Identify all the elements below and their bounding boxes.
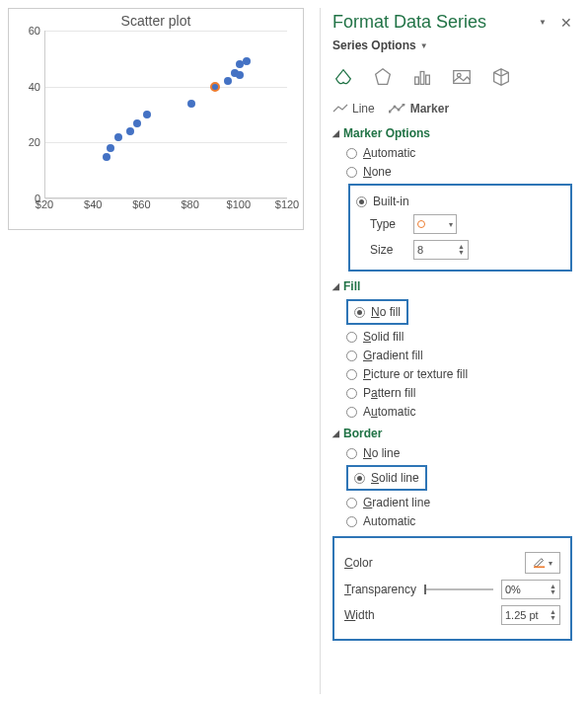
radio-icon bbox=[346, 351, 357, 361]
radio-icon bbox=[346, 407, 357, 418]
solid-line-highlight-box: Solid line bbox=[346, 465, 427, 491]
radio-none[interactable]: None bbox=[346, 165, 572, 179]
chart-area[interactable]: 0204060 $20$40$60$80$100$120 bbox=[19, 31, 293, 216]
x-tick-label: $20 bbox=[36, 198, 53, 210]
series-options-dropdown[interactable]: Series Options ▼ bbox=[332, 39, 572, 52]
x-tick-label: $100 bbox=[227, 198, 251, 210]
radio-icon bbox=[346, 148, 357, 159]
marker-size-spinner[interactable]: 8 ▲▼ bbox=[413, 240, 469, 260]
x-axis: $20$40$60$80$100$120 bbox=[44, 198, 293, 216]
radio-icon bbox=[346, 369, 357, 380]
no-fill-highlight-box: No fill bbox=[346, 299, 408, 325]
data-point[interactable] bbox=[114, 133, 122, 141]
collapse-icon: ◢ bbox=[332, 429, 339, 438]
collapse-icon: ◢ bbox=[332, 281, 339, 291]
width-input[interactable]: 1.25 pt ▲▼ bbox=[501, 605, 560, 625]
data-point[interactable] bbox=[103, 153, 110, 161]
panel-dropdown-icon[interactable]: ▼ bbox=[539, 18, 547, 27]
builtin-highlight-box: Built-in Type ▾ Size 8 ▲▼ bbox=[348, 184, 572, 272]
radio-gradient-fill[interactable]: Gradient fill bbox=[346, 349, 572, 362]
radio-icon bbox=[346, 448, 357, 459]
y-axis: 0204060 bbox=[19, 31, 44, 198]
radio-border-automatic[interactable]: Automatic bbox=[346, 514, 572, 528]
spinner-arrows-icon: ▲▼ bbox=[550, 584, 556, 595]
transparency-label: Transparency bbox=[344, 583, 416, 596]
radio-builtin[interactable]: Built-in bbox=[356, 195, 564, 208]
data-point[interactable] bbox=[243, 57, 251, 65]
type-label: Type bbox=[370, 217, 405, 231]
data-point[interactable] bbox=[107, 144, 114, 152]
format-category-icons bbox=[332, 66, 572, 88]
x-tick-label: $80 bbox=[181, 198, 198, 210]
y-tick-label: 40 bbox=[29, 81, 40, 93]
radio-fill-automatic[interactable]: Automatic bbox=[346, 405, 572, 419]
radio-automatic[interactable]: Automatic bbox=[346, 146, 572, 160]
picture-icon[interactable] bbox=[451, 66, 473, 88]
svg-rect-1 bbox=[415, 77, 419, 84]
tab-line[interactable]: Line bbox=[332, 100, 375, 117]
data-point[interactable] bbox=[133, 119, 141, 127]
fill-header[interactable]: ◢ Fill bbox=[332, 279, 572, 293]
data-point[interactable] bbox=[187, 100, 195, 108]
panel-title: Format Data Series bbox=[332, 12, 486, 33]
color-label: Color bbox=[344, 556, 373, 570]
x-tick-label: $40 bbox=[84, 198, 102, 210]
chevron-down-icon: ▾ bbox=[449, 220, 453, 229]
radio-icon bbox=[354, 307, 365, 318]
effects-icon[interactable] bbox=[372, 66, 394, 88]
svg-rect-3 bbox=[426, 75, 430, 84]
series-options-icon[interactable] bbox=[411, 66, 433, 88]
border-header[interactable]: ◢ Border bbox=[332, 427, 572, 440]
data-point[interactable] bbox=[143, 111, 151, 118]
fill-line-icon[interactable] bbox=[332, 66, 354, 88]
3d-icon[interactable] bbox=[490, 66, 512, 88]
radio-no-line[interactable]: No line bbox=[346, 446, 572, 460]
marker-sample-icon bbox=[417, 220, 425, 228]
chart-title: Scatter plot bbox=[9, 9, 303, 31]
plot-area[interactable] bbox=[44, 31, 287, 198]
collapse-icon: ◢ bbox=[332, 128, 339, 138]
format-data-series-panel: Format Data Series ▼ ✕ Series Options ▼ … bbox=[320, 8, 580, 694]
data-point[interactable] bbox=[126, 127, 134, 135]
radio-icon bbox=[354, 473, 365, 484]
svg-rect-2 bbox=[420, 72, 424, 85]
data-point[interactable] bbox=[236, 71, 244, 79]
spinner-arrows-icon: ▲▼ bbox=[550, 609, 556, 621]
marker-options-header[interactable]: ◢ Marker Options bbox=[332, 126, 572, 140]
color-picker-button[interactable]: ▾ bbox=[525, 552, 560, 574]
transparency-input[interactable]: 0% ▲▼ bbox=[501, 580, 560, 599]
border-properties-box: Color ▾ Transparency 0% ▲▼ Width 1.25 pt… bbox=[332, 536, 572, 641]
svg-point-7 bbox=[393, 106, 396, 109]
data-point[interactable] bbox=[224, 77, 232, 85]
chevron-down-icon: ▼ bbox=[420, 41, 428, 50]
transparency-slider[interactable] bbox=[424, 588, 493, 590]
size-label: Size bbox=[370, 243, 405, 257]
svg-rect-10 bbox=[534, 566, 545, 568]
y-tick-label: 60 bbox=[29, 25, 40, 37]
radio-icon bbox=[346, 516, 357, 527]
close-icon[interactable]: ✕ bbox=[560, 15, 572, 31]
chart-panel: Scatter plot 0204060 $20$40$60$80$100$12… bbox=[8, 8, 304, 230]
radio-icon bbox=[346, 388, 357, 399]
radio-gradient-line[interactable]: Gradient line bbox=[346, 496, 572, 509]
radio-icon bbox=[356, 196, 367, 207]
radio-solid-fill[interactable]: Solid fill bbox=[346, 330, 572, 344]
x-tick-label: $120 bbox=[275, 198, 299, 210]
width-label: Width bbox=[344, 608, 375, 622]
radio-no-fill[interactable]: No fill bbox=[354, 305, 401, 319]
data-point-selected[interactable] bbox=[210, 82, 220, 92]
radio-icon bbox=[346, 498, 357, 508]
chevron-down-icon: ▾ bbox=[549, 559, 552, 568]
tab-marker[interactable]: Marker bbox=[389, 100, 449, 117]
radio-icon bbox=[346, 332, 357, 343]
svg-marker-0 bbox=[376, 69, 391, 85]
svg-point-8 bbox=[397, 109, 400, 112]
radio-icon bbox=[346, 167, 357, 178]
pen-icon bbox=[533, 557, 547, 569]
radio-pattern-fill[interactable]: Pattern fill bbox=[346, 386, 572, 400]
radio-solid-line[interactable]: Solid line bbox=[354, 471, 419, 485]
spinner-arrows-icon: ▲▼ bbox=[458, 244, 465, 256]
x-tick-label: $60 bbox=[132, 198, 150, 210]
radio-picture-fill[interactable]: Picture or texture fill bbox=[346, 367, 572, 381]
marker-type-dropdown[interactable]: ▾ bbox=[413, 214, 457, 234]
